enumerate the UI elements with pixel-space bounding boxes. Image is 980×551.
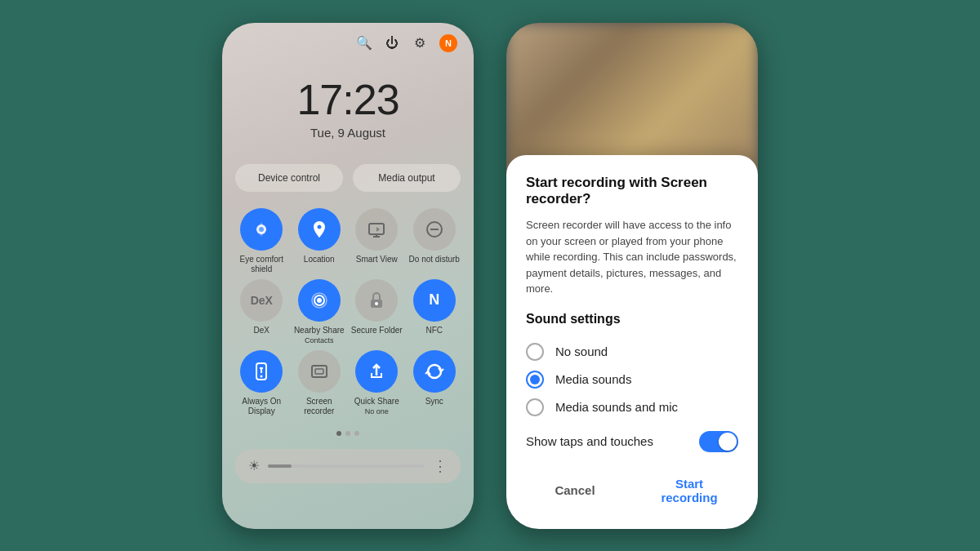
- dot-2: [345, 431, 350, 436]
- nearby-share-label: Nearby ShareContacts: [294, 326, 345, 345]
- settings-icon[interactable]: ⚙: [412, 35, 428, 51]
- svg-rect-11: [315, 369, 323, 374]
- tile-nearby-share[interactable]: Nearby ShareContacts: [293, 279, 346, 345]
- media-sounds-mic-option[interactable]: Media sounds and mic: [526, 393, 738, 421]
- left-phone: 🔍 ⏻ ⚙ N 17:23 Tue, 9 August Device contr…: [222, 23, 474, 529]
- aod-label: Always OnDisplay: [242, 397, 281, 416]
- quick-buttons: Device control Media output: [222, 148, 474, 200]
- location-icon: [298, 208, 341, 251]
- aod-icon: [240, 350, 283, 393]
- search-icon[interactable]: 🔍: [356, 35, 372, 51]
- svg-rect-10: [312, 366, 327, 377]
- tile-sync[interactable]: Sync: [408, 350, 461, 416]
- svg-point-5: [317, 298, 322, 303]
- tile-dex[interactable]: DeX DeX: [235, 279, 288, 345]
- screen-recorder-icon: [298, 350, 341, 393]
- tile-smart-view[interactable]: Smart View: [350, 208, 403, 274]
- dialog-title: Start recording with Screen recorder?: [526, 175, 738, 207]
- tile-eye-comfort[interactable]: Eye comfort shield: [235, 208, 288, 274]
- svg-point-7: [375, 302, 378, 305]
- sound-settings-title: Sound settings: [526, 312, 738, 327]
- tile-aod[interactable]: Always OnDisplay: [235, 350, 288, 416]
- device-control-button[interactable]: Device control: [235, 164, 343, 192]
- start-recording-button[interactable]: Start recording: [640, 469, 738, 513]
- nearby-share-icon: [298, 279, 341, 322]
- tile-screen-recorder[interactable]: Screen recorder: [293, 350, 346, 416]
- sync-icon: [413, 350, 456, 393]
- svg-point-9: [261, 375, 263, 377]
- media-sounds-mic-label: Media sounds and mic: [555, 400, 678, 414]
- brightness-track[interactable]: [268, 464, 425, 468]
- brightness-icon: ☀: [248, 458, 260, 473]
- notification-badge[interactable]: N: [439, 34, 457, 52]
- no-sound-label: No sound: [555, 344, 608, 358]
- secure-folder-icon: [355, 279, 398, 322]
- tile-quick-share[interactable]: Quick ShareNo one: [350, 350, 403, 416]
- location-label: Location: [304, 255, 335, 264]
- dex-icon: DeX: [240, 279, 283, 322]
- media-sounds-mic-radio[interactable]: [526, 398, 544, 416]
- screen-recorder-label: Screen recorder: [293, 397, 346, 416]
- show-taps-toggle[interactable]: [699, 431, 738, 452]
- dialog-description: Screen recorder will have access to the …: [526, 217, 738, 297]
- top-bar: 🔍 ⏻ ⚙ N: [222, 23, 474, 59]
- screen-recorder-dialog: Start recording with Screen recorder? Sc…: [506, 155, 758, 529]
- tile-dnd[interactable]: Do not disturb: [408, 208, 461, 274]
- dex-label: DeX: [254, 326, 270, 335]
- dnd-label: Do not disturb: [409, 255, 460, 264]
- media-sounds-label: Media sounds: [555, 372, 631, 386]
- date-display: Tue, 9 August: [222, 126, 474, 140]
- dot-1: [336, 431, 341, 436]
- cancel-button[interactable]: Cancel: [526, 469, 624, 513]
- quick-share-label: Quick ShareNo one: [354, 397, 399, 416]
- sync-label: Sync: [425, 397, 443, 407]
- page-dots: [222, 424, 474, 442]
- brightness-bar[interactable]: ☀ ⋮: [235, 449, 461, 483]
- brightness-fill: [268, 464, 292, 468]
- right-phone: Start recording with Screen recorder? Sc…: [506, 23, 758, 529]
- time-section: 17:23 Tue, 9 August: [222, 59, 474, 148]
- show-taps-row: Show taps and touches: [526, 421, 738, 457]
- time-display: 17:23: [222, 75, 474, 124]
- smart-view-label: Smart View: [356, 255, 398, 264]
- media-sounds-option[interactable]: Media sounds: [526, 366, 738, 393]
- quick-share-icon: [355, 350, 398, 393]
- tile-secure-folder[interactable]: Secure Folder: [350, 279, 403, 345]
- nfc-icon: N: [413, 279, 456, 322]
- dialog-actions: Cancel Start recording: [526, 457, 738, 513]
- media-output-button[interactable]: Media output: [353, 164, 461, 192]
- show-taps-label: Show taps and touches: [526, 434, 653, 448]
- no-sound-option[interactable]: No sound: [526, 338, 738, 366]
- radio-selected-indicator: [530, 375, 540, 384]
- toggle-knob: [719, 433, 737, 451]
- eye-comfort-label: Eye comfort shield: [235, 255, 288, 274]
- tiles-grid: Eye comfort shield Location Smart View: [222, 200, 474, 424]
- tile-location[interactable]: Location: [293, 208, 346, 274]
- secure-folder-label: Secure Folder: [351, 326, 403, 335]
- eye-comfort-icon: [240, 208, 283, 251]
- tile-nfc[interactable]: N NFC: [408, 279, 461, 345]
- no-sound-radio[interactable]: [526, 343, 544, 361]
- smart-view-icon: [355, 208, 398, 251]
- nfc-label: NFC: [425, 326, 443, 335]
- dot-3: [354, 431, 359, 436]
- dnd-icon: [413, 208, 456, 251]
- media-sounds-radio[interactable]: [526, 371, 544, 389]
- power-icon[interactable]: ⏻: [384, 35, 400, 51]
- overflow-menu-icon[interactable]: ⋮: [433, 457, 448, 475]
